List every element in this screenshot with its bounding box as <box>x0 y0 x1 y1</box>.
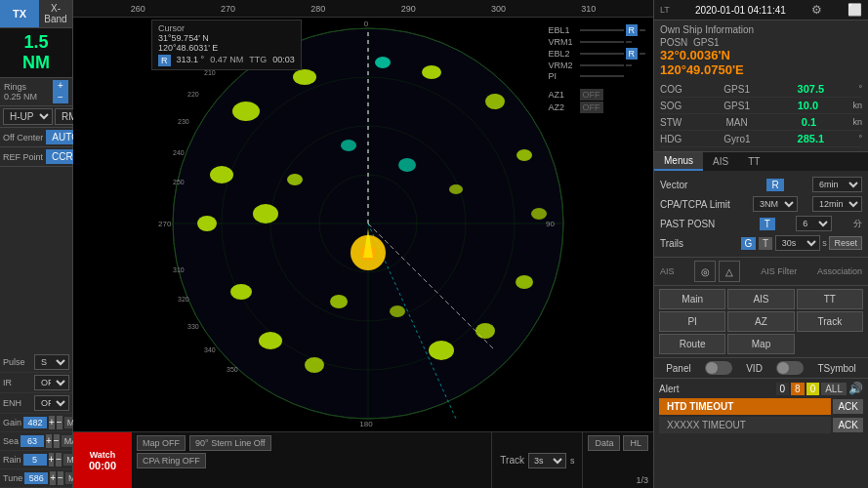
cog-value: 307.5 <box>798 83 825 95</box>
reset-button[interactable]: Reset <box>829 236 862 250</box>
range-minus-button[interactable]: − <box>53 92 68 103</box>
xband-button[interactable]: X-Band <box>39 0 72 27</box>
trails-t[interactable]: T <box>759 237 772 250</box>
cog-label: COG <box>660 84 689 95</box>
ais-filter-row: AIS ◎ △ AIS Filter Association <box>654 258 868 286</box>
past-val-select[interactable]: 6312 <box>796 216 832 231</box>
az2-label: AZ2 <box>549 102 578 112</box>
tab-ais[interactable]: AIS <box>703 152 738 171</box>
watch-box[interactable]: Watch 00:00 <box>73 432 132 488</box>
svg-text:350: 350 <box>227 366 238 373</box>
track-select[interactable]: 3s5s10s <box>528 453 566 468</box>
vector-label: Vector <box>660 180 738 190</box>
watch-time: 00:00 <box>89 460 116 471</box>
tune-minus-button[interactable]: − <box>58 471 63 485</box>
enh-select[interactable]: OFFON <box>34 395 69 411</box>
svg-text:180: 180 <box>359 420 373 428</box>
expand-icon[interactable]: ⬜ <box>847 3 862 17</box>
trails-row: Trails G T 30s1min3min s Reset <box>660 233 862 253</box>
sea-gain-row: Sea 63 + − MAN <box>0 432 72 451</box>
ir-select[interactable]: OFFON <box>34 375 69 390</box>
ship-info-section: Own Ship Information POSN GPS1 32°0.0036… <box>654 20 868 152</box>
ack-button-2[interactable]: ACK <box>833 418 863 432</box>
ack-button-1[interactable]: ACK <box>833 399 863 414</box>
past-unit: 分 <box>853 218 862 230</box>
vrm1-label: VRM1 <box>549 37 578 47</box>
svg-text:90: 90 <box>546 220 555 228</box>
ais-func-button[interactable]: AIS <box>727 289 794 309</box>
map-off-button[interactable]: Map OFF <box>137 435 186 451</box>
right-header: LT 2020-01-01 04:11:41 ⚙ ⬜ <box>654 0 868 20</box>
data-button[interactable]: Data <box>588 435 620 451</box>
svg-point-24 <box>230 284 252 300</box>
gain-minus-button[interactable]: − <box>57 416 62 429</box>
offcenter-row: Off Center AUTO <box>0 128 72 147</box>
svg-point-29 <box>475 323 495 339</box>
main-button[interactable]: Main <box>659 289 725 309</box>
posn-source: GPS1 <box>693 37 728 48</box>
rain-minus-button[interactable]: − <box>56 453 62 467</box>
ebl2-r[interactable]: R <box>626 48 639 60</box>
svg-point-22 <box>253 204 278 224</box>
pi-button[interactable]: PI <box>659 311 725 332</box>
ais-circle-icon[interactable]: ◎ <box>694 261 716 282</box>
stern-line-button[interactable]: 90° Stern Line Off <box>189 435 270 451</box>
vid-toggle[interactable] <box>776 361 804 375</box>
association-label: Association <box>817 266 862 276</box>
track-func-button[interactable]: Track <box>797 311 863 332</box>
svg-point-21 <box>197 216 217 231</box>
tab-menus[interactable]: Menus <box>654 152 703 171</box>
settings-icon[interactable]: ⚙ <box>811 3 822 17</box>
menus-section: Menus AIS TT Vector R 6min3min12min CPA/… <box>654 152 868 258</box>
cpa-val-select[interactable]: 3NM1NM2NM <box>753 196 798 212</box>
stw-value: 0.1 <box>802 116 816 128</box>
track-section: Track 3s5s10s s <box>491 432 582 488</box>
vid-label: VID <box>746 363 763 374</box>
ir-label: IR <box>3 378 12 387</box>
hdg-label: HDG <box>660 134 689 144</box>
enh-row: ENH OFFON <box>0 393 72 414</box>
sea-minus-button[interactable]: − <box>54 434 60 448</box>
vector-r[interactable]: R <box>766 179 783 191</box>
tx-button[interactable]: TX <box>0 0 39 27</box>
ir-row: IR OFFON <box>0 373 72 393</box>
ais-triangle-icon[interactable]: △ <box>719 261 740 282</box>
ebl2-value <box>580 53 624 55</box>
panel-toggle[interactable] <box>705 361 732 375</box>
az-button[interactable]: AZ <box>727 311 794 332</box>
tune-plus-button[interactable]: + <box>50 471 56 485</box>
tune-row: Tune 586 + − MAN <box>0 469 72 488</box>
rain-plus-button[interactable]: + <box>49 453 55 467</box>
stw-label: STW <box>660 117 689 128</box>
hl-button[interactable]: HL <box>623 435 648 451</box>
cpa-time-select[interactable]: 12min6min <box>812 196 862 212</box>
cursor-coord2: 120°48.6031' E <box>158 43 295 53</box>
bottom-controls: Map OFF 90° Stern Line Off CPA Ring OFF <box>132 432 491 488</box>
ebl1-r[interactable]: R <box>626 24 639 36</box>
range-plus-button[interactable]: + <box>53 80 68 92</box>
sea-plus-button[interactable]: + <box>46 434 52 448</box>
pulse-select[interactable]: SML <box>34 354 69 370</box>
trails-g[interactable]: G <box>741 237 757 250</box>
route-button[interactable]: Route <box>659 334 725 354</box>
svg-point-19 <box>210 166 233 183</box>
cpa-ring-button[interactable]: CPA Ring OFF <box>137 453 206 468</box>
map-button[interactable]: Map <box>727 334 794 354</box>
sog-row: SOG GPS1 10.0 kn <box>660 98 862 114</box>
gain-plus-button[interactable]: + <box>49 416 55 429</box>
association-controls: Association <box>817 266 862 276</box>
heading-select[interactable]: H-UP N-UP C-UP <box>3 108 53 125</box>
stw-unit: kn <box>852 117 862 127</box>
tt-button[interactable]: TT <box>797 289 863 309</box>
radar-section[interactable]: 260 270 280 290 300 310 <box>73 0 653 488</box>
alert-all[interactable]: ALL <box>821 383 847 395</box>
tab-tt[interactable]: TT <box>738 152 769 171</box>
refpoint-label: REF Point <box>3 152 43 162</box>
left-bottom: Pulse SML IR OFFON ENH OFFON Gain 482 <box>0 167 72 488</box>
vector-time-select[interactable]: 6min3min12min <box>812 177 862 192</box>
svg-point-35 <box>390 305 405 317</box>
speaker-icon[interactable]: 🔊 <box>848 382 863 395</box>
svg-point-17 <box>232 102 260 121</box>
trails-val-select[interactable]: 30s1min3min <box>775 235 820 251</box>
past-t[interactable]: T <box>760 218 775 230</box>
